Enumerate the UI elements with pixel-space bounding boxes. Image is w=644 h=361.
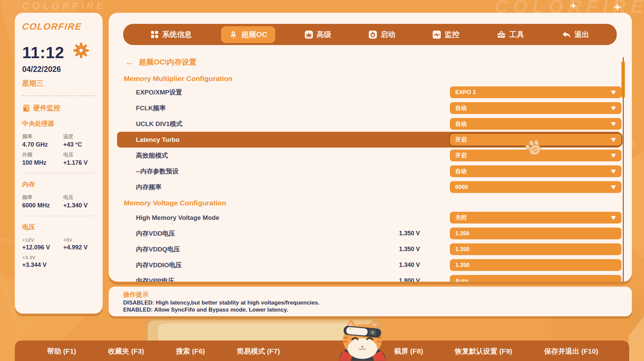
- setting-row-latency-turbo[interactable]: Latency Turbo 开启: [109, 132, 632, 148]
- tab-advanced[interactable]: 高级: [297, 26, 339, 43]
- brand-watermark: COLORFIRE: [22, 0, 106, 11]
- divider: [22, 95, 95, 96]
- setting-row-uclk[interactable]: UCLK DIV1模式 自动: [109, 116, 632, 132]
- footer-restore-defaults-button[interactable]: 恢复默认设置 (F9): [455, 347, 512, 356]
- v33-label: +3.3V: [22, 254, 63, 260]
- tab-boot[interactable]: 启动: [361, 26, 403, 43]
- setting-row-fclk[interactable]: FCLK频率 自动: [109, 100, 632, 116]
- v12-label: +12V: [22, 237, 63, 243]
- sidebar: COLORFIRE 11:12 04/22/2026 星期三: [15, 13, 103, 314]
- v5-label: +5V: [63, 237, 95, 243]
- mem-volt-label: 电压: [63, 194, 95, 201]
- monitor-title: 硬件监控: [33, 104, 60, 113]
- hint-panel: 操作提示 DISABLED: High latency,but better s…: [109, 287, 632, 316]
- expo-xmp-dropdown[interactable]: EXPO 1: [450, 86, 621, 98]
- vpp-current-value: 1.800 V: [371, 273, 420, 282]
- clock-date: 04/22/2026: [22, 65, 95, 74]
- brand-logo: COLORFIRE: [22, 22, 96, 32]
- cpu-volt-value: +1.176 V: [63, 159, 95, 166]
- chip-icon: [22, 104, 30, 113]
- tab-overclock[interactable]: 超频OC: [221, 26, 275, 43]
- divider: [22, 173, 95, 173]
- footer-easy-mode-button[interactable]: 简易模式 (F7): [237, 347, 280, 356]
- v12-value: +12.096 V: [22, 244, 63, 251]
- chevron-down-icon: [611, 137, 616, 142]
- chevron-down-icon: [611, 153, 616, 158]
- setting-row-vddio[interactable]: 内存VDDIO电压 1.340 V 1.350: [109, 257, 632, 273]
- cpu-freq-label: 频率: [22, 133, 63, 140]
- hint-title: 操作提示: [123, 290, 632, 299]
- vpp-voltage-input[interactable]: Auto: [450, 275, 621, 282]
- sparkle-icon: [613, 3, 622, 13]
- vddio-current-value: 1.340 V: [371, 257, 420, 273]
- vddq-voltage-input[interactable]: 1.350: [450, 243, 621, 255]
- tab-exit[interactable]: 退出: [553, 26, 597, 43]
- chevron-down-icon: [611, 106, 616, 110]
- main-panel: 系统信息 超频OC 高级 启动: [109, 13, 632, 282]
- divider: [22, 216, 95, 216]
- cpu-freq-value: 4.70 GHz: [22, 141, 63, 148]
- cpu-temp-value: +43 °C: [63, 141, 95, 148]
- vddio-voltage-input[interactable]: 1.350: [450, 259, 621, 271]
- clock-time: 11:12: [22, 44, 64, 62]
- vddq-current-value: 1.350 V: [371, 241, 420, 257]
- cpu-bclk-label: 外频: [22, 152, 63, 158]
- hint-line-enabled: ENABLED: Allow SyncFifo and Bypass mode.…: [123, 306, 632, 313]
- voltage-group-title: 电压: [22, 223, 95, 232]
- memory-frequency-dropdown[interactable]: 6000: [450, 181, 621, 193]
- toolbox-icon: [497, 31, 506, 39]
- footer-favorites-button[interactable]: 收藏夹 (F3): [108, 347, 144, 356]
- cpu-volt-label: 电压: [63, 152, 95, 158]
- v33-value: +3.344 V: [22, 262, 63, 269]
- memory-preset-dropdown[interactable]: 自动: [450, 165, 621, 177]
- chevron-down-icon: [611, 215, 616, 220]
- hint-line-disabled: DISABLED: High latency,but better stabli…: [123, 299, 632, 306]
- clock-weekday: 星期三: [22, 79, 95, 88]
- cat-mascot: [320, 319, 404, 361]
- crown-icon: [305, 31, 313, 39]
- uclk-dropdown[interactable]: 自动: [450, 118, 621, 130]
- chevron-down-icon: [611, 185, 616, 189]
- setting-row-high-efficiency[interactable]: 高效能模式 开启: [109, 148, 632, 163]
- setting-row-vddq[interactable]: 内存VDDQ电压 1.350 V 1.350: [109, 241, 632, 257]
- power-icon: [369, 31, 377, 39]
- cpu-group-title: 中央处理器: [22, 119, 95, 128]
- mem-freq-value: 6000 MHz: [22, 202, 63, 209]
- tab-tools[interactable]: 工具: [489, 26, 532, 43]
- vdd-voltage-input[interactable]: 1.350: [450, 228, 621, 239]
- tab-system-info[interactable]: 系统信息: [143, 26, 200, 43]
- setting-row-memory-preset[interactable]: --内存参数预设 自动: [109, 163, 632, 179]
- footer-help-button[interactable]: 帮助 (F1): [47, 347, 76, 356]
- scrollbar-thumb[interactable]: [621, 61, 625, 98]
- v5-value: +4.992 V: [63, 244, 95, 251]
- vdd-current-value: 1.350 V: [371, 226, 420, 241]
- section-title-voltage: Memory Voltage Configuration: [124, 199, 632, 208]
- setting-row-vdd[interactable]: 内存VDD电压 1.350 V 1.350: [109, 226, 632, 241]
- footer-search-button[interactable]: 搜索 (F6): [176, 347, 205, 356]
- setting-row-memory-frequency[interactable]: 内存频率 6000: [109, 179, 632, 195]
- footer-save-exit-button[interactable]: 保存并退出 (F10): [544, 347, 598, 356]
- fclk-dropdown[interactable]: 自动: [450, 102, 621, 114]
- monitor-icon: [433, 31, 441, 39]
- mem-freq-label: 频率: [22, 194, 63, 201]
- back-arrow-icon[interactable]: ←: [125, 58, 134, 67]
- breadcrumb: ← 超频OC\内存设置: [125, 57, 196, 67]
- chevron-down-icon: [611, 122, 616, 126]
- setting-row-high-voltage-mode[interactable]: High Memory Voltage Mode 关闭: [109, 210, 632, 226]
- high-voltage-mode-dropdown[interactable]: 关闭: [450, 212, 621, 224]
- setting-row-expo-xmp[interactable]: EXPO/XMP设置 EXPO 1: [109, 84, 632, 100]
- breadcrumb-path: 超频OC\内存设置: [139, 57, 196, 67]
- exit-arrow-icon: [562, 30, 571, 39]
- sparkle-icon: [570, 2, 577, 11]
- top-navbar: 系统信息 超频OC 高级 启动: [123, 24, 617, 45]
- gear-icon: [73, 43, 89, 58]
- grid-icon: [151, 31, 158, 38]
- setting-row-vpp[interactable]: 内存VPP电压 1.800 V Auto: [109, 273, 632, 282]
- chevron-down-icon: [611, 169, 616, 173]
- cpu-bclk-value: 100 MHz: [22, 159, 63, 166]
- chevron-down-icon: [611, 90, 616, 94]
- memory-group-title: 内存: [22, 180, 95, 189]
- tab-monitor[interactable]: 监控: [425, 26, 467, 43]
- cpu-temp-label: 温度: [63, 133, 95, 140]
- mem-volt-value: +1.340 V: [63, 202, 95, 209]
